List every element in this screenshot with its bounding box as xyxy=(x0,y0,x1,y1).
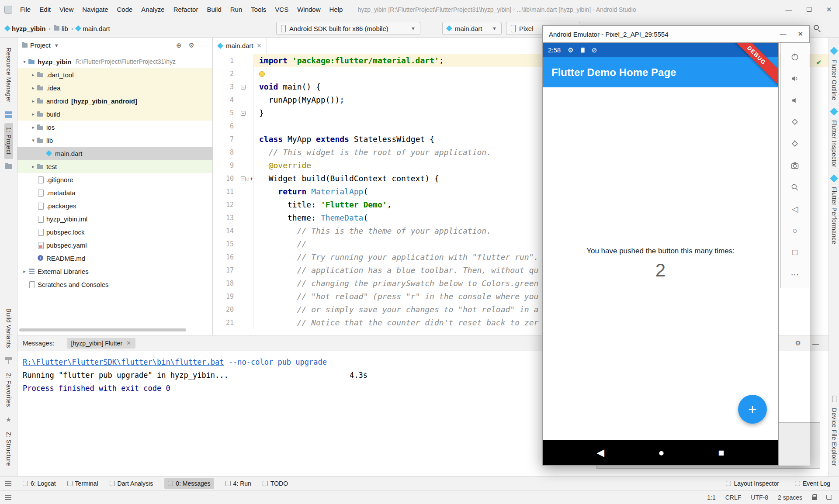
maximize-button[interactable] xyxy=(799,0,819,19)
tree-item-gitignore[interactable]: .gitignore xyxy=(17,173,212,186)
close-button[interactable]: ✕ xyxy=(819,0,839,19)
tree-item-scratches-and-consoles[interactable]: Scratches and Consoles xyxy=(17,278,212,291)
tree-item-external-libraries[interactable]: ▸External Libraries xyxy=(17,265,212,278)
toolwindow-button-layout-inspector[interactable]: Layout Inspector xyxy=(726,480,779,487)
tool-button-resource-manager[interactable]: Resource Manager xyxy=(4,44,13,106)
tree-item-lib[interactable]: ▾lib xyxy=(17,134,212,147)
tool-button-device-file-explorer[interactable]: Device File Explorer xyxy=(830,404,839,470)
inspections-ok-indicator[interactable]: ✔ xyxy=(816,59,822,66)
search-everywhere-button[interactable] xyxy=(814,24,819,31)
close-tab-icon[interactable]: ✕ xyxy=(257,42,262,49)
nav-overview-icon[interactable]: ■ xyxy=(718,447,725,459)
tree-item-pubspec-yaml[interactable]: pubspec.yaml xyxy=(17,238,212,252)
tool-button-z-structure[interactable]: Z: Structure xyxy=(4,428,13,470)
menu-navigate[interactable]: Navigate xyxy=(78,6,112,13)
overview-icon[interactable]: □ xyxy=(781,242,809,263)
tree-item-dart-tool[interactable]: ▸.dart_tool xyxy=(17,68,212,81)
tree-item-metadata[interactable]: .metadata xyxy=(17,186,212,199)
breadcrumb-item-hyzp-yibin[interactable]: hyzp_yibin xyxy=(5,25,46,32)
chevron-right-icon[interactable]: ▸ xyxy=(30,98,37,104)
nav-home-icon[interactable]: ● xyxy=(658,447,664,459)
fold-icon[interactable]: − xyxy=(241,111,246,116)
tree-item-test[interactable]: ▸test xyxy=(17,160,212,173)
tree-item-hyzp-yibin[interactable]: ▾hyzp_yibinR:\FlutterProject\FlutterProj… xyxy=(17,55,212,68)
notifications-icon[interactable] xyxy=(826,495,832,500)
tool-button-1-project[interactable]: 1: Project xyxy=(4,123,13,159)
fold-icon[interactable]: − xyxy=(241,85,246,90)
minimize-button[interactable]: — xyxy=(779,0,799,19)
toolwindow-button-event-log[interactable]: Event Log xyxy=(795,480,830,487)
nav-back-icon[interactable]: ◀ xyxy=(596,447,604,459)
fab-increment-button[interactable]: + xyxy=(738,395,767,424)
tree-item-main-dart[interactable]: main.dart xyxy=(17,147,212,160)
toolwindow-switcher-icon[interactable] xyxy=(5,481,11,486)
more-icon[interactable]: ⋯ xyxy=(781,263,809,285)
project-panel-title[interactable]: Project xyxy=(30,41,51,49)
toolwindow-button-0-messages[interactable]: 0: Messages xyxy=(164,478,214,489)
menu-tools[interactable]: Tools xyxy=(246,6,270,13)
emulator-minimize-button[interactable]: — xyxy=(780,30,786,38)
tool-button-flutter-performance[interactable]: Flutter Performance xyxy=(830,183,839,248)
locate-file-icon[interactable]: ⊕ xyxy=(176,41,182,49)
readonly-lock-icon[interactable] xyxy=(812,497,817,500)
toolwindow-button-6-logcat[interactable]: 6: Logcat xyxy=(23,480,56,487)
intention-bulb-icon[interactable] xyxy=(259,71,265,77)
menu-vcs[interactable]: VCS xyxy=(270,6,293,13)
hide-panel-icon[interactable]: — xyxy=(812,340,819,347)
rotate-left-icon[interactable] xyxy=(781,111,809,133)
chevron-down-icon[interactable]: ▾ xyxy=(30,138,37,143)
tree-item-hyzp-yibin-iml[interactable]: hyzp_yibin.iml xyxy=(17,212,212,225)
tree-item-packages[interactable]: .packages xyxy=(17,199,212,212)
menu-edit[interactable]: Edit xyxy=(35,6,55,13)
flutter-bat-link[interactable]: R:\Flutter\FlutterSDK\flutter\bin\flutte… xyxy=(23,358,224,366)
menu-refactor[interactable]: Refactor xyxy=(169,6,203,13)
emulator-title-bar[interactable]: Android Emulator - Pixel_2_API_29:5554 —… xyxy=(542,25,810,43)
messages-tab-flutter[interactable]: [hyzp_yibin] Flutter ✕ xyxy=(67,338,135,349)
tool-button-flutter-outline[interactable]: Flutter Outline xyxy=(830,55,839,104)
home-icon[interactable]: ○ xyxy=(781,220,809,242)
menu-run[interactable]: Run xyxy=(226,6,247,13)
tree-item-build[interactable]: ▸build xyxy=(17,107,212,121)
breadcrumb-item-main-dart[interactable]: main.dart xyxy=(76,25,110,32)
toolwindow-switcher-icon[interactable] xyxy=(5,495,11,500)
breadcrumb-item-lib[interactable]: lib xyxy=(54,25,68,32)
override-marker-icon[interactable]: ○ xyxy=(246,176,249,181)
tree-item-readme-md[interactable]: README.md xyxy=(17,252,212,265)
menu-analyze[interactable]: Analyze xyxy=(137,6,169,13)
chevron-right-icon[interactable]: ▸ xyxy=(30,124,37,130)
back-icon[interactable]: ◁ xyxy=(781,198,809,220)
chevron-down-icon[interactable]: ▼ xyxy=(54,43,59,48)
caret-position[interactable]: 1:1 xyxy=(707,494,715,501)
chevron-right-icon[interactable]: ▸ xyxy=(30,111,37,117)
menu-view[interactable]: View xyxy=(55,6,78,13)
tree-item-pubspec-lock[interactable]: pubspec.lock xyxy=(17,225,212,238)
volume-down-icon[interactable] xyxy=(781,90,809,111)
camera-icon[interactable] xyxy=(781,155,809,176)
line-separator[interactable]: CRLF xyxy=(725,494,742,501)
chevron-down-icon[interactable]: ▾ xyxy=(21,59,28,65)
chevron-right-icon[interactable]: ▸ xyxy=(21,269,28,274)
rotate-right-icon[interactable] xyxy=(781,133,809,155)
volume-up-icon[interactable] xyxy=(781,68,809,90)
emulator-screen[interactable]: 2:58 ⚙ ⊘ Flutter Demo Home Page DEBUG Yo… xyxy=(542,43,779,466)
chevron-right-icon[interactable]: ▸ xyxy=(30,72,37,78)
zoom-icon[interactable] xyxy=(781,176,809,198)
power-icon[interactable] xyxy=(781,46,809,68)
toolwindow-button-terminal[interactable]: Terminal xyxy=(67,480,98,487)
tool-button-build-variants[interactable]: Build Variants xyxy=(4,304,13,352)
toolwindow-button-dart-analysis[interactable]: Dart Analysis xyxy=(110,480,153,487)
toolwindow-button-4-run[interactable]: 4: Run xyxy=(225,480,251,487)
menu-window[interactable]: Window xyxy=(293,6,325,13)
indent-style[interactable]: 2 spaces xyxy=(778,494,802,501)
file-encoding[interactable]: UTF-8 xyxy=(751,494,768,501)
close-tab-icon[interactable]: ✕ xyxy=(126,340,131,346)
editor-tab-main-dart[interactable]: main.dart ✕ xyxy=(213,38,267,54)
settings-gear-icon[interactable]: ⚙ xyxy=(189,41,194,49)
tree-item-ios[interactable]: ▸ios xyxy=(17,121,212,134)
tree-item-idea[interactable]: ▸.idea xyxy=(17,81,212,94)
emulator-close-button[interactable]: ✕ xyxy=(797,30,803,38)
device-selector-dropdown[interactable]: Android SDK built for x86 (mobile) ▼ xyxy=(276,22,420,35)
chevron-right-icon[interactable]: ▸ xyxy=(30,85,37,91)
menu-file[interactable]: File xyxy=(16,6,35,13)
menu-code[interactable]: Code xyxy=(112,6,137,13)
